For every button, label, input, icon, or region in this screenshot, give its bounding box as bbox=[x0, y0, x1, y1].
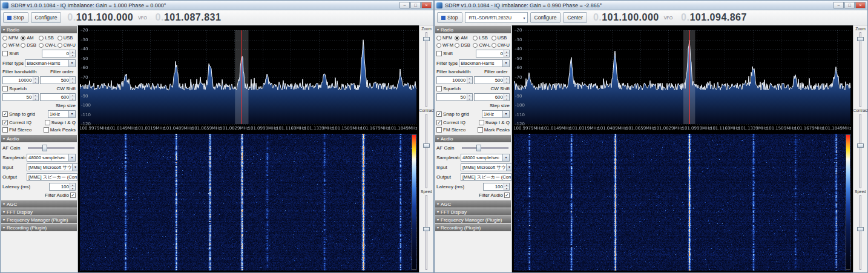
radio-button-icon[interactable] bbox=[39, 43, 44, 48]
title-bar[interactable]: SDR# v1.0.0.1084 - IQ Imbalance: Gain = … bbox=[435, 1, 867, 10]
filter-audio-checkbox[interactable]: ✓ bbox=[504, 192, 510, 198]
step-size-select[interactable]: 1kHz ▾ bbox=[482, 110, 510, 118]
latency-field[interactable]: 100 ▴▾ bbox=[49, 183, 76, 191]
spinner[interactable]: ▴▾ bbox=[467, 94, 472, 100]
audio-input-select[interactable]: [MME] Microsoft サウ ▾ bbox=[27, 163, 78, 171]
mode-option-am[interactable]: AM bbox=[455, 35, 473, 41]
mode-option-lsb[interactable]: LSB bbox=[39, 35, 57, 41]
radio-button-icon[interactable] bbox=[436, 36, 441, 41]
center-frequency-display[interactable]: 0. 101.100.000 bbox=[67, 12, 133, 23]
radio-button-icon[interactable] bbox=[473, 43, 478, 48]
minimize-button[interactable]: – bbox=[833, 2, 844, 8]
panel-header-radio[interactable]: ▾ Radio bbox=[435, 26, 511, 33]
radio-button-icon[interactable] bbox=[39, 36, 44, 41]
panel-header-recording[interactable]: ▾ Recording (Plugin) bbox=[1, 224, 77, 231]
mode-option-usb[interactable]: USB bbox=[58, 35, 76, 41]
audio-output-select[interactable]: [MME] スピーカー (Con ▾ bbox=[27, 173, 78, 181]
mode-option-cw-u[interactable]: CW-U bbox=[58, 42, 76, 48]
radio-button-icon[interactable] bbox=[58, 36, 62, 41]
spinner[interactable]: ▴▾ bbox=[70, 50, 75, 57]
shift-field[interactable]: 0 ▴▾ bbox=[42, 50, 76, 58]
slider-thumb[interactable] bbox=[42, 145, 47, 151]
spinner[interactable]: ▴▾ bbox=[70, 77, 75, 84]
filter-audio-checkbox[interactable]: ✓ bbox=[70, 192, 76, 198]
source-select[interactable]: RTL-SDR/RTL2832U ▾ bbox=[465, 12, 528, 23]
audio-output-select[interactable]: [MME] スピーカー (Con ▾ bbox=[461, 173, 512, 181]
spin-down-icon[interactable]: ▾ bbox=[70, 54, 75, 58]
vfo-value[interactable]: 101.087.831 bbox=[164, 12, 221, 23]
radio-button-icon[interactable] bbox=[455, 36, 459, 41]
spectrum-display[interactable] bbox=[80, 27, 417, 131]
frequency-value[interactable]: 101.100.000 bbox=[602, 12, 659, 23]
mode-option-cw-u[interactable]: CW-U bbox=[492, 42, 510, 48]
close-button[interactable]: × bbox=[421, 2, 432, 8]
swap-iq-checkbox[interactable] bbox=[479, 120, 484, 125]
filter-bandwidth-field[interactable]: 10000 ▴▾ bbox=[436, 76, 473, 84]
panel-header-fft-display[interactable]: ▾ FFT Display bbox=[1, 208, 77, 215]
dropdown-icon[interactable]: ▾ bbox=[506, 164, 512, 171]
zoom-slider[interactable] bbox=[853, 31, 867, 108]
configure-button[interactable]: Configure bbox=[530, 12, 561, 23]
filter-type-select[interactable]: Blackman-Harris ▾ bbox=[459, 59, 510, 67]
spin-down-icon[interactable]: ▾ bbox=[504, 81, 509, 84]
mode-option-wfm[interactable]: WFM bbox=[436, 42, 455, 48]
vfo-frequency-display[interactable]: 0. 101.094.867 bbox=[681, 12, 747, 23]
dropdown-icon[interactable]: ▾ bbox=[502, 60, 509, 67]
frequency-value[interactable]: 101.100.000 bbox=[76, 12, 133, 23]
panel-header-recording[interactable]: ▾ Recording (Plugin) bbox=[435, 224, 511, 231]
vfo-frequency-display[interactable]: 0. 101.087.831 bbox=[156, 12, 222, 23]
spinner[interactable]: ▴▾ bbox=[467, 77, 472, 84]
close-button[interactable]: × bbox=[855, 2, 866, 8]
spinner[interactable]: ▴▾ bbox=[33, 77, 38, 84]
samplerate-select[interactable]: 48000 sample/sec ▾ bbox=[27, 154, 76, 162]
correct-iq-checkbox[interactable]: ✓ bbox=[2, 120, 8, 125]
spinner[interactable]: ▴▾ bbox=[504, 77, 509, 84]
panel-header-agc[interactable]: ▾ AGC bbox=[435, 200, 511, 208]
spinner[interactable]: ▴▾ bbox=[70, 94, 75, 100]
vfo-value[interactable]: 101.094.867 bbox=[689, 12, 746, 23]
spinner[interactable]: ▴▾ bbox=[504, 94, 509, 100]
spin-down-icon[interactable]: ▾ bbox=[467, 97, 472, 101]
center-frequency-display[interactable]: 0. 101.100.000 bbox=[593, 12, 659, 23]
spinner[interactable]: ▴▾ bbox=[70, 183, 75, 190]
radio-button-icon[interactable] bbox=[21, 36, 25, 41]
spinner[interactable]: ▴▾ bbox=[504, 50, 509, 57]
minimize-button[interactable]: – bbox=[399, 2, 410, 8]
cw-shift-field[interactable]: 600 ▴▾ bbox=[40, 93, 76, 101]
slider-thumb[interactable] bbox=[857, 37, 864, 41]
mode-option-am[interactable]: AM bbox=[21, 35, 39, 41]
slider-thumb[interactable] bbox=[857, 227, 864, 231]
dropdown-icon[interactable]: ▾ bbox=[72, 164, 78, 171]
slider-thumb[interactable] bbox=[423, 143, 430, 148]
spin-down-icon[interactable]: ▾ bbox=[504, 97, 509, 101]
mode-option-nfm[interactable]: NFM bbox=[2, 35, 21, 41]
dropdown-icon[interactable]: ▾ bbox=[523, 16, 525, 20]
mode-option-dsb[interactable]: DSB bbox=[21, 42, 39, 48]
slider-thumb[interactable] bbox=[423, 227, 430, 231]
step-size-select[interactable]: 1kHz ▾ bbox=[48, 110, 76, 118]
spectrum-display[interactable] bbox=[514, 27, 851, 131]
mark-peaks-checkbox[interactable] bbox=[478, 127, 483, 133]
shift-checkbox[interactable] bbox=[2, 51, 8, 56]
stop-button[interactable]: Stop bbox=[3, 12, 28, 23]
shift-checkbox[interactable] bbox=[436, 51, 442, 56]
mode-option-cw-l[interactable]: CW-L bbox=[39, 42, 57, 48]
fm-stereo-checkbox[interactable] bbox=[2, 127, 8, 133]
waterfall-display[interactable] bbox=[514, 134, 851, 271]
radio-button-icon[interactable] bbox=[436, 43, 441, 48]
filter-order-field[interactable]: 500 ▴▾ bbox=[474, 76, 510, 84]
squelch-field[interactable]: 50 ▴▾ bbox=[2, 93, 39, 101]
contrast-slider[interactable] bbox=[419, 113, 433, 190]
spin-down-icon[interactable]: ▾ bbox=[504, 187, 509, 191]
fm-stereo-checkbox[interactable] bbox=[436, 127, 442, 133]
radio-button-icon[interactable] bbox=[2, 36, 7, 41]
squelch-checkbox[interactable] bbox=[2, 86, 8, 91]
radio-button-icon[interactable] bbox=[2, 43, 7, 48]
spin-down-icon[interactable]: ▾ bbox=[33, 81, 38, 84]
mode-option-dsb[interactable]: DSB bbox=[455, 42, 473, 48]
correct-iq-checkbox[interactable]: ✓ bbox=[436, 120, 442, 125]
panel-header-agc[interactable]: ▾ AGC bbox=[1, 200, 77, 208]
speed-slider[interactable] bbox=[419, 194, 433, 271]
radio-button-icon[interactable] bbox=[492, 43, 496, 48]
spin-down-icon[interactable]: ▾ bbox=[70, 81, 75, 84]
